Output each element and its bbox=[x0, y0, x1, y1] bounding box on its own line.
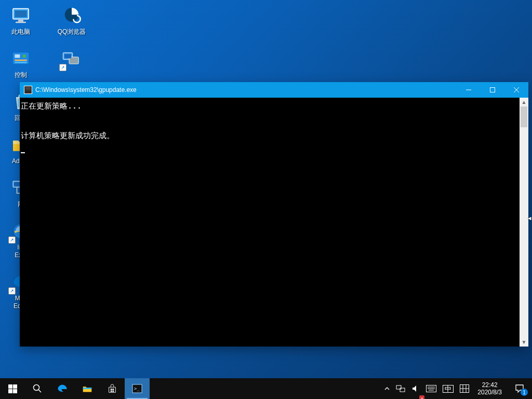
console-app-icon bbox=[24, 86, 32, 94]
windows-logo-icon bbox=[8, 384, 17, 393]
minimize-button[interactable] bbox=[457, 82, 481, 98]
svg-rect-31 bbox=[111, 391, 112, 392]
edge-swipe-handle[interactable]: ◂ bbox=[527, 214, 532, 221]
system-tray: × 中 22:42 2020/8/3 bbox=[381, 378, 532, 399]
svg-rect-35 bbox=[396, 385, 401, 389]
svg-text:>_: >_ bbox=[134, 386, 140, 391]
svg-rect-25 bbox=[13, 389, 17, 393]
svg-rect-28 bbox=[83, 388, 92, 389]
control-panel-icon[interactable]: 控制 bbox=[2, 47, 39, 79]
this-pc-icon[interactable]: 此电脑 bbox=[2, 4, 39, 36]
taskbar[interactable]: >_ × bbox=[0, 378, 532, 399]
taskbar-spacer bbox=[150, 378, 381, 399]
mute-badge-icon: × bbox=[419, 395, 424, 399]
start-button[interactable] bbox=[0, 378, 25, 399]
svg-rect-24 bbox=[8, 389, 12, 393]
taskbar-explorer-button[interactable] bbox=[75, 378, 100, 399]
desktop[interactable]: 此电脑 QQ浏览器 bbox=[0, 0, 532, 399]
svg-rect-32 bbox=[112, 391, 114, 392]
ime-mode-icon bbox=[460, 384, 469, 393]
icon-label: QQ浏览器 bbox=[58, 28, 86, 36]
scroll-track[interactable] bbox=[520, 107, 528, 338]
shortcut-arrow-icon: ↗ bbox=[8, 287, 16, 295]
browser-icon bbox=[61, 5, 82, 26]
edge-icon bbox=[56, 382, 69, 395]
taskbar-console-button[interactable]: >_ bbox=[125, 378, 150, 399]
tray-volume-button[interactable]: × bbox=[408, 378, 423, 399]
svg-rect-19 bbox=[490, 88, 495, 92]
svg-rect-30 bbox=[112, 389, 114, 390]
search-icon bbox=[33, 384, 42, 393]
taskbar-edge-button[interactable] bbox=[50, 378, 75, 399]
svg-rect-12 bbox=[64, 54, 71, 58]
search-button[interactable] bbox=[25, 378, 50, 399]
console-output[interactable]: 正在更新策略... 计算机策略更新成功完成。 bbox=[20, 98, 520, 347]
clock-time: 22:42 bbox=[482, 381, 498, 389]
clock-date: 2020/8/3 bbox=[477, 389, 502, 396]
icon-label: 控制 bbox=[15, 71, 27, 79]
tray-network-button[interactable] bbox=[393, 378, 408, 399]
action-center-button[interactable]: 1 bbox=[507, 378, 532, 399]
folder-icon bbox=[82, 383, 93, 394]
chevron-up-icon bbox=[384, 386, 390, 391]
console-body: 正在更新策略... 计算机策略更新成功完成。 ▲ ▼ bbox=[20, 98, 528, 347]
icon-label: 此电脑 bbox=[11, 28, 30, 36]
tray-ime-mode-button[interactable] bbox=[457, 378, 472, 399]
close-icon bbox=[514, 87, 519, 92]
keyboard-icon bbox=[426, 385, 436, 392]
svg-rect-1 bbox=[15, 10, 26, 17]
titlebar[interactable]: C:\Windows\system32\gpupdate.exe bbox=[20, 82, 528, 98]
shortcut-arrow-icon: ↗ bbox=[59, 64, 66, 71]
scroll-down-button[interactable]: ▼ bbox=[520, 338, 528, 347]
maximize-button[interactable] bbox=[481, 82, 504, 98]
minimize-icon bbox=[466, 87, 471, 92]
console-window[interactable]: C:\Windows\system32\gpupdate.exe 正在更新策略.… bbox=[20, 82, 528, 347]
text-cursor-icon bbox=[21, 152, 25, 153]
svg-line-27 bbox=[38, 390, 41, 392]
scroll-thumb[interactable] bbox=[521, 107, 527, 127]
svg-rect-29 bbox=[111, 389, 112, 390]
svg-rect-2 bbox=[18, 20, 23, 21]
taskbar-store-button[interactable] bbox=[100, 378, 125, 399]
svg-point-26 bbox=[34, 385, 39, 391]
volume-icon bbox=[411, 384, 420, 393]
ime-indicator: 中 bbox=[443, 385, 454, 393]
svg-rect-6 bbox=[15, 55, 20, 58]
tray-keyboard-button[interactable] bbox=[423, 378, 440, 399]
window-title: C:\Windows\system32\gpupdate.exe bbox=[35, 86, 457, 94]
store-icon bbox=[107, 383, 118, 394]
control-panel-glyph-icon bbox=[10, 48, 31, 69]
devices-shortcut-icon[interactable]: ↗ bbox=[53, 47, 90, 79]
close-button[interactable] bbox=[504, 82, 528, 98]
computer-icon bbox=[10, 5, 31, 26]
tray-ime-button[interactable]: 中 bbox=[440, 378, 457, 399]
console-icon: >_ bbox=[132, 383, 142, 394]
svg-rect-23 bbox=[13, 384, 17, 389]
taskbar-clock[interactable]: 22:42 2020/8/3 bbox=[472, 378, 507, 399]
notification-badge: 1 bbox=[521, 389, 528, 396]
svg-rect-8 bbox=[15, 60, 26, 61]
svg-marker-37 bbox=[413, 385, 416, 392]
svg-rect-22 bbox=[8, 384, 12, 389]
tray-overflow-button[interactable] bbox=[381, 378, 393, 399]
network-tray-icon bbox=[396, 384, 405, 393]
window-controls bbox=[457, 82, 528, 98]
shortcut-arrow-icon: ↗ bbox=[8, 236, 16, 244]
svg-rect-3 bbox=[16, 22, 26, 23]
svg-rect-15 bbox=[14, 182, 20, 186]
svg-rect-9 bbox=[15, 62, 26, 63]
scroll-up-button[interactable]: ▲ bbox=[520, 98, 528, 107]
svg-point-7 bbox=[22, 55, 26, 58]
svg-rect-36 bbox=[400, 388, 405, 392]
maximize-icon bbox=[490, 87, 495, 92]
vertical-scrollbar[interactable]: ▲ ▼ bbox=[520, 98, 528, 347]
qq-browser-icon[interactable]: QQ浏览器 bbox=[53, 4, 90, 36]
